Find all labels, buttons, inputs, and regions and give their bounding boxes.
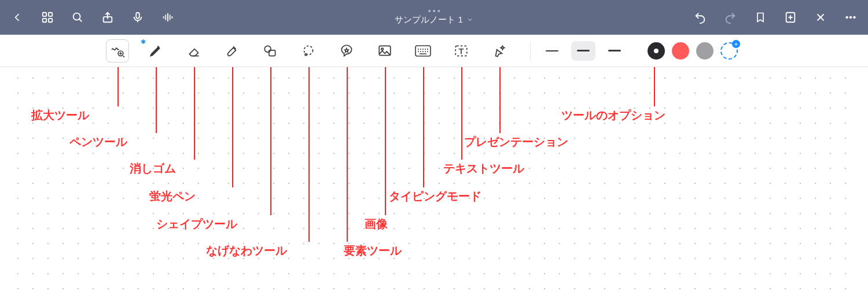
grid-icon [41, 11, 54, 24]
chevron-down-icon [652, 47, 660, 55]
back-button[interactable] [9, 9, 25, 25]
add-page-button[interactable] [782, 9, 799, 25]
close-fullscreen-button[interactable] [812, 9, 829, 25]
add-color-button[interactable]: + [720, 42, 738, 60]
editor-toolbar: ✱ [0, 35, 868, 67]
eraser-icon [186, 43, 201, 58]
svg-point-13 [264, 46, 271, 52]
bookmark-icon [755, 11, 766, 24]
app-header: サンプルノート 1 [0, 0, 868, 35]
window-drag-handle[interactable] [428, 10, 440, 12]
tool-image[interactable] [366, 38, 404, 64]
sticker-icon [339, 43, 354, 58]
keyboard-icon [415, 45, 431, 57]
svg-point-9 [846, 16, 848, 19]
tool-pen[interactable]: ✱ [137, 38, 175, 64]
shapes-icon [263, 43, 278, 58]
stroke-size-thin[interactable] [540, 41, 564, 61]
color-swatch-1[interactable] [648, 42, 665, 60]
tool-shape[interactable] [251, 38, 289, 64]
image-icon [377, 43, 392, 58]
undo-icon [694, 11, 707, 24]
undo-button[interactable] [692, 9, 708, 25]
svg-rect-19 [415, 46, 431, 56]
audio-wave-button[interactable] [160, 9, 176, 25]
library-button[interactable] [39, 9, 56, 25]
svg-point-16 [305, 53, 307, 55]
tool-element[interactable] [328, 38, 366, 64]
document-title-dropdown[interactable]: サンプルノート 1 [395, 14, 473, 25]
tool-highlighter[interactable] [213, 38, 251, 64]
mic-button[interactable] [130, 9, 146, 25]
chevron-down-icon [466, 15, 473, 25]
pointer-sparkle-icon [492, 43, 507, 58]
mic-icon [131, 11, 144, 24]
svg-point-8 [819, 16, 822, 19]
lasso-icon [301, 43, 316, 58]
audio-wave-icon [161, 11, 174, 24]
tool-eraser[interactable] [175, 38, 213, 64]
stroke-size-medium[interactable] [571, 41, 595, 61]
svg-rect-3 [49, 19, 52, 22]
close-x-icon [814, 11, 827, 24]
note-canvas[interactable] [10, 67, 858, 295]
svg-point-18 [381, 48, 383, 50]
text-tool-icon [454, 43, 469, 58]
bookmark-button[interactable] [752, 9, 768, 25]
svg-point-10 [849, 16, 852, 19]
stroke-size-thick[interactable] [602, 41, 627, 61]
zoom-scribble-icon [110, 43, 125, 58]
tool-typing[interactable] [404, 38, 442, 64]
tool-zoom[interactable] [98, 38, 137, 64]
ellipsis-icon [844, 11, 857, 24]
document-title: サンプルノート 1 [395, 14, 463, 25]
share-button[interactable] [100, 9, 116, 25]
color-swatch-3[interactable] [696, 42, 713, 60]
svg-rect-2 [43, 19, 46, 22]
search-button[interactable] [69, 9, 86, 25]
redo-button[interactable] [722, 9, 738, 25]
more-button[interactable] [843, 9, 859, 25]
svg-point-11 [854, 16, 856, 19]
svg-rect-0 [43, 13, 46, 16]
tool-text[interactable] [442, 38, 480, 64]
highlighter-icon [225, 43, 240, 58]
color-swatch-2[interactable] [672, 42, 689, 60]
share-icon [101, 11, 114, 24]
svg-rect-6 [136, 13, 139, 19]
pen-icon [148, 43, 163, 58]
bluetooth-icon: ✱ [141, 38, 146, 46]
tool-lasso[interactable] [289, 38, 328, 64]
add-page-icon [784, 11, 797, 24]
svg-rect-1 [49, 13, 52, 16]
redo-icon [724, 11, 737, 24]
chevron-left-icon [12, 12, 23, 23]
tool-presentation[interactable] [480, 38, 518, 64]
search-icon [71, 11, 84, 24]
tool-options: + [530, 41, 738, 61]
